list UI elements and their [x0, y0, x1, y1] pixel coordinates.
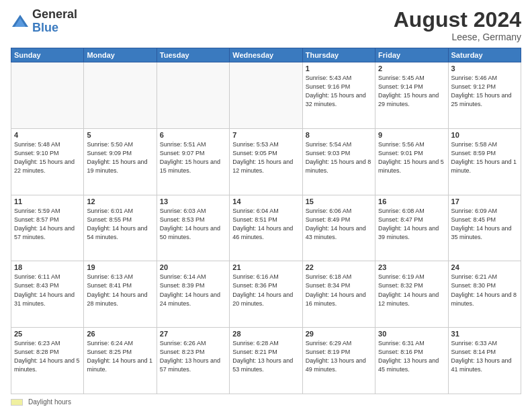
day-number: 1 — [306, 64, 372, 73]
day-info: Sunrise: 5:45 AMSunset: 9:14 PMDaylight:… — [378, 74, 445, 109]
calendar-cell-2-3: 6Sunrise: 5:51 AMSunset: 9:07 PMDaylight… — [157, 128, 229, 195]
day-number: 4 — [14, 131, 81, 139]
logo: General Blue — [11, 8, 77, 35]
title-block: August 2024 Leese, Germany — [394, 8, 521, 42]
weekday-header-thursday: Thursday — [302, 48, 375, 62]
day-info: Sunrise: 6:09 AMSunset: 8:45 PMDaylight:… — [451, 207, 518, 242]
calendar-cell-4-1: 18Sunrise: 6:11 AMSunset: 8:43 PMDayligh… — [11, 261, 84, 328]
calendar-cell-1-5: 1Sunrise: 5:43 AMSunset: 9:16 PMDaylight… — [302, 62, 375, 129]
day-number: 30 — [378, 330, 445, 338]
calendar-cell-1-6: 2Sunrise: 5:45 AMSunset: 9:14 PMDaylight… — [375, 62, 448, 129]
calendar-cell-2-2: 5Sunrise: 5:50 AMSunset: 9:09 PMDaylight… — [84, 128, 157, 195]
calendar-cell-3-1: 11Sunrise: 5:59 AMSunset: 8:57 PMDayligh… — [11, 195, 84, 261]
week-row-1: 1Sunrise: 5:43 AMSunset: 9:16 PMDaylight… — [11, 62, 521, 129]
day-info: Sunrise: 5:53 AMSunset: 9:05 PMDaylight:… — [232, 140, 299, 175]
day-number: 14 — [232, 197, 299, 205]
weekday-header-friday: Friday — [375, 48, 448, 62]
day-info: Sunrise: 5:50 AMSunset: 9:09 PMDaylight:… — [87, 140, 153, 175]
week-row-5: 25Sunrise: 6:23 AMSunset: 8:28 PMDayligh… — [11, 328, 521, 394]
day-info: Sunrise: 6:29 AMSunset: 8:19 PMDaylight:… — [306, 339, 372, 374]
logo-icon — [11, 12, 30, 31]
day-info: Sunrise: 6:21 AMSunset: 8:30 PMDaylight:… — [451, 273, 518, 308]
day-number: 13 — [160, 197, 226, 205]
day-info: Sunrise: 6:31 AMSunset: 8:16 PMDaylight:… — [378, 339, 445, 374]
day-info: Sunrise: 6:06 AMSunset: 8:49 PMDaylight:… — [306, 207, 372, 242]
weekday-header-saturday: Saturday — [448, 48, 521, 62]
logo-blue-text: Blue — [32, 21, 77, 35]
day-number: 9 — [378, 131, 445, 139]
weekday-header-sunday: Sunday — [11, 48, 84, 62]
weekday-header-row: SundayMondayTuesdayWednesdayThursdayFrid… — [11, 48, 521, 62]
calendar-cell-5-3: 27Sunrise: 6:26 AMSunset: 8:23 PMDayligh… — [157, 328, 229, 394]
day-number: 25 — [14, 330, 81, 338]
week-row-3: 11Sunrise: 5:59 AMSunset: 8:57 PMDayligh… — [11, 195, 521, 261]
day-info: Sunrise: 6:33 AMSunset: 8:14 PMDaylight:… — [451, 339, 518, 374]
day-info: Sunrise: 5:48 AMSunset: 9:10 PMDaylight:… — [14, 140, 81, 175]
calendar-cell-5-7: 31Sunrise: 6:33 AMSunset: 8:14 PMDayligh… — [448, 328, 521, 394]
day-number: 18 — [14, 263, 81, 271]
calendar-cell-5-1: 25Sunrise: 6:23 AMSunset: 8:28 PMDayligh… — [11, 328, 84, 394]
day-info: Sunrise: 6:01 AMSunset: 8:55 PMDaylight:… — [87, 207, 153, 242]
day-info: Sunrise: 5:46 AMSunset: 9:12 PMDaylight:… — [451, 74, 518, 109]
day-info: Sunrise: 6:14 AMSunset: 8:39 PMDaylight:… — [160, 273, 226, 308]
day-info: Sunrise: 5:43 AMSunset: 9:16 PMDaylight:… — [306, 74, 372, 109]
daylight-label: Daylight hours — [28, 398, 71, 406]
day-info: Sunrise: 5:58 AMSunset: 8:59 PMDaylight:… — [451, 140, 518, 175]
day-number: 17 — [451, 197, 518, 205]
day-info: Sunrise: 6:08 AMSunset: 8:47 PMDaylight:… — [378, 207, 445, 242]
day-number: 22 — [306, 263, 372, 271]
day-number: 24 — [451, 263, 518, 271]
calendar-cell-4-5: 22Sunrise: 6:18 AMSunset: 8:34 PMDayligh… — [302, 261, 375, 328]
calendar-cell-1-2 — [84, 62, 157, 129]
logo-general-text: General — [32, 8, 77, 21]
day-info: Sunrise: 6:19 AMSunset: 8:32 PMDaylight:… — [378, 273, 445, 308]
day-info: Sunrise: 6:13 AMSunset: 8:41 PMDaylight:… — [87, 273, 153, 308]
calendar-cell-2-7: 10Sunrise: 5:58 AMSunset: 8:59 PMDayligh… — [448, 128, 521, 195]
day-number: 6 — [160, 131, 226, 139]
calendar-cell-1-4 — [230, 62, 302, 129]
day-number: 27 — [160, 330, 226, 338]
day-info: Sunrise: 6:03 AMSunset: 8:53 PMDaylight:… — [160, 207, 226, 242]
day-number: 8 — [306, 131, 372, 139]
month-year: August 2024 — [394, 8, 521, 32]
calendar-cell-5-6: 30Sunrise: 6:31 AMSunset: 8:16 PMDayligh… — [375, 328, 448, 394]
day-info: Sunrise: 5:56 AMSunset: 9:01 PMDaylight:… — [378, 140, 445, 175]
footer: Daylight hours — [11, 398, 521, 406]
calendar-cell-4-7: 24Sunrise: 6:21 AMSunset: 8:30 PMDayligh… — [448, 261, 521, 328]
day-info: Sunrise: 5:59 AMSunset: 8:57 PMDaylight:… — [14, 207, 81, 242]
calendar-cell-3-4: 14Sunrise: 6:04 AMSunset: 8:51 PMDayligh… — [230, 195, 302, 261]
calendar-cell-5-4: 28Sunrise: 6:28 AMSunset: 8:21 PMDayligh… — [230, 328, 302, 394]
day-number: 10 — [451, 131, 518, 139]
day-number: 16 — [378, 197, 445, 205]
calendar-cell-3-2: 12Sunrise: 6:01 AMSunset: 8:55 PMDayligh… — [84, 195, 157, 261]
day-number: 31 — [451, 330, 518, 338]
day-info: Sunrise: 6:28 AMSunset: 8:21 PMDaylight:… — [232, 339, 299, 374]
daylight-legend-box — [11, 399, 23, 406]
calendar-cell-4-4: 21Sunrise: 6:16 AMSunset: 8:36 PMDayligh… — [230, 261, 302, 328]
day-info: Sunrise: 5:54 AMSunset: 9:03 PMDaylight:… — [306, 140, 372, 175]
day-info: Sunrise: 6:24 AMSunset: 8:25 PMDaylight:… — [87, 339, 153, 374]
day-info: Sunrise: 6:16 AMSunset: 8:36 PMDaylight:… — [232, 273, 299, 308]
calendar-cell-1-3 — [157, 62, 229, 129]
day-number: 15 — [306, 197, 372, 205]
weekday-header-monday: Monday — [84, 48, 157, 62]
calendar-cell-2-1: 4Sunrise: 5:48 AMSunset: 9:10 PMDaylight… — [11, 128, 84, 195]
calendar-cell-3-7: 17Sunrise: 6:09 AMSunset: 8:45 PMDayligh… — [448, 195, 521, 261]
day-number: 19 — [87, 263, 153, 271]
calendar-cell-2-4: 7Sunrise: 5:53 AMSunset: 9:05 PMDaylight… — [230, 128, 302, 195]
day-number: 21 — [232, 263, 299, 271]
calendar-cell-3-5: 15Sunrise: 6:06 AMSunset: 8:49 PMDayligh… — [302, 195, 375, 261]
calendar-cell-4-2: 19Sunrise: 6:13 AMSunset: 8:41 PMDayligh… — [84, 261, 157, 328]
day-info: Sunrise: 6:04 AMSunset: 8:51 PMDaylight:… — [232, 207, 299, 242]
day-number: 7 — [232, 131, 299, 139]
calendar-cell-4-6: 23Sunrise: 6:19 AMSunset: 8:32 PMDayligh… — [375, 261, 448, 328]
calendar-cell-1-1 — [11, 62, 84, 129]
day-info: Sunrise: 5:51 AMSunset: 9:07 PMDaylight:… — [160, 140, 226, 175]
day-number: 23 — [378, 263, 445, 271]
calendar-cell-3-3: 13Sunrise: 6:03 AMSunset: 8:53 PMDayligh… — [157, 195, 229, 261]
day-info: Sunrise: 6:23 AMSunset: 8:28 PMDaylight:… — [14, 339, 81, 374]
calendar-cell-3-6: 16Sunrise: 6:08 AMSunset: 8:47 PMDayligh… — [375, 195, 448, 261]
day-number: 26 — [87, 330, 153, 338]
calendar-cell-2-6: 9Sunrise: 5:56 AMSunset: 9:01 PMDaylight… — [375, 128, 448, 195]
calendar-table: SundayMondayTuesdayWednesdayThursdayFrid… — [11, 48, 521, 394]
